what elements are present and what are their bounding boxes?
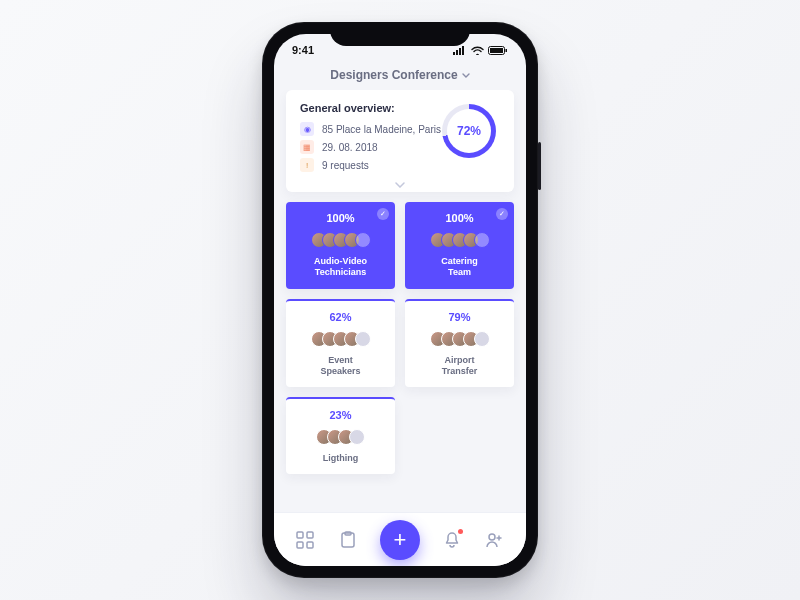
battery-icon bbox=[488, 46, 508, 55]
requests-icon: ! bbox=[300, 158, 314, 172]
location-icon: ◉ bbox=[300, 122, 314, 136]
progress-value: 72% bbox=[457, 124, 481, 138]
card-label: CateringTeam bbox=[413, 256, 506, 279]
progress-ring: 72% bbox=[442, 104, 496, 158]
overview-date: 29. 08. 2018 bbox=[322, 142, 378, 153]
status-time: 9:41 bbox=[292, 44, 314, 56]
team-grid: ✓ 100% Audio-VideoTechnicians ✓ 100% Cat… bbox=[286, 202, 514, 474]
team-card-audio-video[interactable]: ✓ 100% Audio-VideoTechnicians bbox=[286, 202, 395, 289]
overview-requests: 9 requests bbox=[322, 160, 369, 171]
avatar-stack bbox=[294, 331, 387, 347]
avatar-stack bbox=[413, 232, 506, 248]
avatar-add-icon[interactable] bbox=[355, 232, 371, 248]
screen: 9:41 Designers Conference Genera bbox=[274, 34, 526, 566]
svg-rect-1 bbox=[456, 50, 458, 55]
plus-icon: + bbox=[394, 527, 407, 553]
card-pct: 100% bbox=[413, 212, 506, 224]
card-label: AirportTransfer bbox=[413, 355, 506, 378]
tab-dashboard[interactable] bbox=[294, 529, 316, 551]
add-button[interactable]: + bbox=[380, 520, 420, 560]
tab-notifications[interactable] bbox=[441, 529, 463, 551]
svg-point-13 bbox=[489, 534, 495, 540]
card-pct: 100% bbox=[294, 212, 387, 224]
svg-rect-5 bbox=[490, 48, 503, 53]
status-indicators bbox=[453, 46, 508, 55]
svg-rect-8 bbox=[307, 532, 313, 538]
calendar-icon: ▦ bbox=[300, 140, 314, 154]
avatar-stack bbox=[294, 232, 387, 248]
svg-rect-7 bbox=[297, 532, 303, 538]
avatar-add-icon[interactable] bbox=[355, 331, 371, 347]
phone-frame: 9:41 Designers Conference Genera bbox=[262, 22, 538, 578]
overview-location: 85 Place la Madeine, Paris bbox=[322, 124, 441, 135]
tab-team[interactable] bbox=[484, 529, 506, 551]
svg-rect-3 bbox=[462, 46, 464, 55]
content-scroll[interactable]: General overview: ◉ 85 Place la Madeine,… bbox=[274, 90, 526, 512]
team-card-lighting[interactable]: 23% Ligthing bbox=[286, 397, 395, 474]
card-pct: 23% bbox=[294, 409, 387, 421]
card-label: EventSpeakers bbox=[294, 355, 387, 378]
svg-rect-10 bbox=[307, 542, 313, 548]
expand-icon[interactable] bbox=[395, 182, 405, 188]
avatar-add-icon[interactable] bbox=[349, 429, 365, 445]
avatar-stack bbox=[413, 331, 506, 347]
team-card-catering[interactable]: ✓ 100% CateringTeam bbox=[405, 202, 514, 289]
overview-requests-row: ! 9 requests bbox=[300, 158, 500, 172]
team-card-airport[interactable]: 79% AirportTransfer bbox=[405, 299, 514, 388]
overview-card[interactable]: General overview: ◉ 85 Place la Madeine,… bbox=[286, 90, 514, 192]
notification-dot-icon bbox=[458, 529, 463, 534]
check-icon: ✓ bbox=[496, 208, 508, 220]
svg-rect-9 bbox=[297, 542, 303, 548]
svg-rect-2 bbox=[459, 48, 461, 55]
svg-rect-0 bbox=[453, 52, 455, 55]
page-header[interactable]: Designers Conference bbox=[274, 66, 526, 90]
tab-tasks[interactable] bbox=[337, 529, 359, 551]
team-card-speakers[interactable]: 62% EventSpeakers bbox=[286, 299, 395, 388]
card-pct: 62% bbox=[294, 311, 387, 323]
check-icon: ✓ bbox=[377, 208, 389, 220]
card-label: Audio-VideoTechnicians bbox=[294, 256, 387, 279]
wifi-icon bbox=[471, 46, 484, 55]
card-pct: 79% bbox=[413, 311, 506, 323]
svg-rect-6 bbox=[506, 49, 508, 52]
notch bbox=[330, 22, 470, 46]
avatar-stack bbox=[294, 429, 387, 445]
card-label: Ligthing bbox=[294, 453, 387, 464]
page-title: Designers Conference bbox=[330, 68, 457, 82]
avatar-add-icon[interactable] bbox=[474, 232, 490, 248]
avatar-add-icon[interactable] bbox=[474, 331, 490, 347]
chevron-down-icon bbox=[462, 73, 470, 78]
signal-icon bbox=[453, 46, 467, 55]
tab-bar: + bbox=[274, 512, 526, 566]
